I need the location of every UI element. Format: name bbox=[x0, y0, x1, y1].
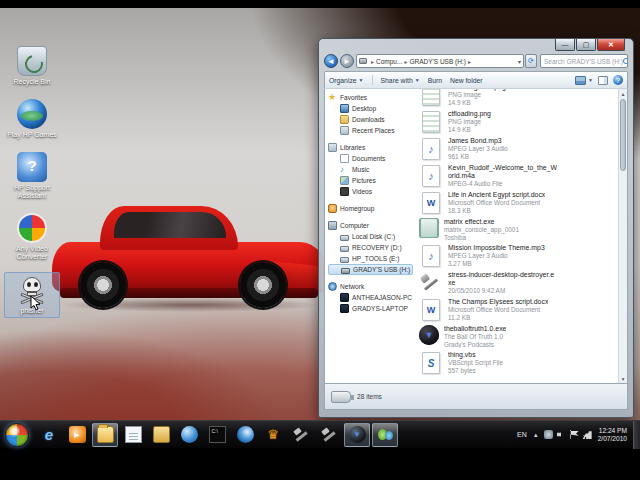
nav-item-grady-s-usb-h-[interactable]: GRADY'S USB (H:) bbox=[328, 264, 413, 275]
notepad-icon bbox=[125, 426, 142, 443]
nav-item-hp-tools-e-[interactable]: HP_TOOLS (E:) bbox=[328, 253, 413, 264]
close-button[interactable]: ✕ bbox=[597, 39, 625, 51]
volume-icon[interactable] bbox=[557, 430, 566, 439]
taskbar-button-globe[interactable] bbox=[176, 423, 202, 447]
file-row[interactable]: W The Champs Elysees script.docx Microso… bbox=[419, 298, 618, 322]
nav-pane: ★ Favorites Desktop Downloads Recent Pla… bbox=[325, 89, 413, 383]
file-row[interactable]: ctfloading v2.5.png PNG image 14.9 KB bbox=[419, 89, 618, 107]
desktop-icon[interactable]: HP Support Assistant bbox=[4, 150, 60, 202]
file-type: VBScript Script File bbox=[448, 359, 503, 367]
minimize-button[interactable]: — bbox=[555, 39, 575, 51]
chevron-down-icon[interactable]: ▼ bbox=[588, 77, 593, 83]
file-size: 3.27 MB bbox=[448, 260, 545, 268]
file-size: 14.9 KB bbox=[448, 126, 491, 134]
wallpaper-car bbox=[52, 186, 330, 308]
nav-item-favorites[interactable]: ★ Favorites bbox=[328, 92, 413, 103]
nav-item-gradys-laptop[interactable]: GRADYS-LAPTOP bbox=[328, 303, 413, 314]
search-icon bbox=[623, 58, 628, 64]
search-input[interactable]: Search GRADY'S USB (H:) bbox=[540, 54, 628, 68]
desktop-icon[interactable]: phisher bbox=[4, 272, 60, 318]
share-with-menu[interactable]: Share with▼ bbox=[381, 77, 420, 84]
nav-item-libraries[interactable]: Libraries bbox=[328, 142, 413, 153]
nav-item-downloads[interactable]: Downloads bbox=[328, 114, 413, 125]
breadcrumb-current[interactable]: GRADY'S USB (H:) bbox=[409, 58, 466, 65]
nav-item-desktop[interactable]: Desktop bbox=[328, 103, 413, 114]
mp3-file-icon: ♪ bbox=[419, 137, 443, 161]
organize-menu[interactable]: Organize▼ bbox=[329, 77, 364, 84]
address-dropdown-icon[interactable]: ▾ bbox=[518, 58, 521, 65]
file-type: matrix_console_app_0001 bbox=[444, 226, 519, 234]
file-row[interactable]: ctfloading.png PNG image 14.9 KB bbox=[419, 110, 618, 134]
taskbar-button-crown[interactable]: ♛ bbox=[260, 423, 286, 447]
forward-button[interactable]: ► bbox=[340, 54, 354, 68]
taskbar-button-earth[interactable] bbox=[232, 423, 258, 447]
nav-item-homegroup[interactable]: Homegroup bbox=[328, 203, 413, 214]
burn-button[interactable]: Burn bbox=[428, 77, 442, 84]
file-list: ctfloading v2.5.png PNG image 14.9 KB ct… bbox=[413, 89, 618, 383]
action-center-icon[interactable] bbox=[570, 430, 579, 439]
nav-item-recent-places[interactable]: Recent Places bbox=[328, 125, 413, 136]
docx-file-icon: W bbox=[419, 298, 443, 322]
power-icon[interactable] bbox=[544, 430, 553, 439]
ball-icon: ▼ bbox=[349, 426, 366, 443]
drive-icon bbox=[340, 235, 349, 241]
file-row[interactable]: matrix effect.exe matrix_console_app_000… bbox=[419, 218, 618, 241]
desktop-icon[interactable]: Any Video Converter bbox=[4, 211, 60, 263]
file-row[interactable]: S thing.vbs VBScript Script File 557 byt… bbox=[419, 351, 618, 375]
taskbar-button-explorer[interactable] bbox=[92, 423, 118, 447]
show-hidden-icons-icon[interactable]: ▲ bbox=[533, 432, 539, 438]
nav-item-recovery-d-[interactable]: RECOVERY (D:) bbox=[328, 242, 413, 253]
taskbar-button-msn[interactable] bbox=[372, 423, 398, 447]
file-row[interactable]: stress-inducer-desktop-destroyer.e xe 20… bbox=[419, 271, 618, 295]
screen: Recycle Bin Play HP Games HP Support Ass… bbox=[0, 0, 640, 480]
network-icon[interactable] bbox=[583, 430, 592, 439]
taskbar-button-cmd[interactable] bbox=[204, 423, 230, 447]
nav-item-videos[interactable]: Videos bbox=[328, 186, 413, 197]
clock[interactable]: 12:24 PM 2/07/2010 bbox=[598, 427, 627, 443]
lib-icon bbox=[328, 143, 337, 152]
maximize-button[interactable]: ▢ bbox=[576, 39, 596, 51]
desktop-icon bbox=[340, 104, 349, 113]
show-desktop-button[interactable] bbox=[633, 421, 640, 449]
desktop-icon[interactable]: Play HP Games bbox=[4, 97, 60, 141]
desktop-icon[interactable]: Recycle Bin bbox=[4, 44, 60, 88]
file-row[interactable]: ♪ James Bond.mp3 MPEG Layer 3 Audio 961 … bbox=[419, 137, 618, 161]
preview-pane-icon[interactable] bbox=[598, 76, 608, 85]
language-indicator[interactable]: EN bbox=[517, 431, 527, 438]
taskbar-button-ie[interactable]: e bbox=[36, 423, 62, 447]
taskbar-button-notepad[interactable] bbox=[120, 423, 146, 447]
breadcrumb-root[interactable]: Compu... bbox=[376, 58, 402, 65]
address-bar[interactable]: ▸ Compu... ▸ GRADY'S USB (H:) ▸ ▾ bbox=[356, 54, 524, 68]
scroll-down-icon[interactable]: ▼ bbox=[619, 374, 627, 383]
nav-item-pictures[interactable]: Pictures bbox=[328, 175, 413, 186]
new-folder-button[interactable]: New folder bbox=[450, 77, 483, 84]
nav-item-computer[interactable]: Computer bbox=[328, 220, 413, 231]
file-row[interactable]: W Life in Ancient Egypt script.docx Micr… bbox=[419, 191, 618, 215]
taskbar-button-folder2[interactable] bbox=[148, 423, 174, 447]
file-row[interactable]: ♪ Mission Impossible Theme.mp3 MPEG Laye… bbox=[419, 244, 618, 268]
address-row: ◄ ► ▸ Compu... ▸ GRADY'S USB (H:) ▸ ▾ ⟳ … bbox=[324, 53, 628, 69]
file-size: Grady's Podcasts bbox=[444, 341, 506, 349]
nav-item-network[interactable]: Network bbox=[328, 281, 413, 292]
scrollbar[interactable]: ▲ ▼ bbox=[618, 89, 627, 383]
taskbar-button-hammer[interactable] bbox=[316, 423, 342, 447]
back-button[interactable]: ◄ bbox=[324, 54, 338, 68]
nav-item-music[interactable]: ♪ Music bbox=[328, 164, 413, 175]
help-icon[interactable]: ? bbox=[613, 75, 623, 85]
nav-item-antheajason-pc[interactable]: ANTHEAJASON-PC bbox=[328, 292, 413, 303]
msn-icon bbox=[377, 426, 394, 443]
file-row[interactable]: ♪ Kevin_Rudolf_-Welcome_to_the_W orld.m4… bbox=[419, 164, 618, 188]
taskbar-button-ball[interactable]: ▼ bbox=[344, 423, 370, 447]
scrollbar-thumb[interactable] bbox=[620, 99, 626, 171]
file-row[interactable]: ▼ theballoftruth1.0.exe The Ball Of Trut… bbox=[419, 325, 618, 348]
change-view-icon[interactable] bbox=[575, 76, 586, 85]
taskbar-button-wmp[interactable]: ▶ bbox=[64, 423, 90, 447]
taskbar-button-hammer[interactable] bbox=[288, 423, 314, 447]
refresh-button[interactable]: ⟳ bbox=[525, 54, 537, 68]
file-type: Microsoft Office Word Document bbox=[448, 199, 545, 207]
start-button[interactable] bbox=[5, 423, 29, 447]
nav-item-documents[interactable]: Documents bbox=[328, 153, 413, 164]
nav-item-local-disk-c-[interactable]: Local Disk (C:) bbox=[328, 231, 413, 242]
computer-icon bbox=[328, 221, 337, 230]
scroll-up-icon[interactable]: ▲ bbox=[619, 89, 627, 98]
